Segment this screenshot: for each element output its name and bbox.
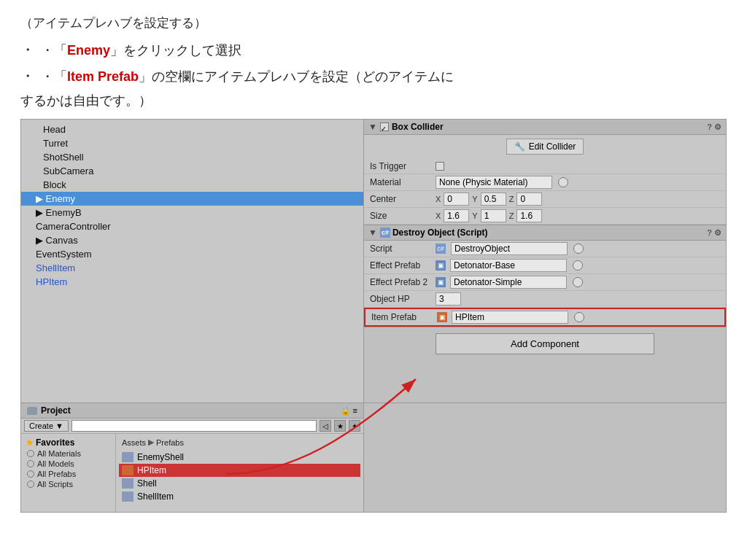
toolbar-icon1[interactable]: ◁ <box>320 420 331 432</box>
file-icon-hpitem <box>122 465 133 475</box>
material-row: Material None (Physic Material) <box>364 174 726 191</box>
destroy-object-header: ▼ c# Destroy Object (Script) ? ⚙ <box>364 225 726 241</box>
collapse-arrow: ▼ <box>368 122 377 132</box>
hierarchy-item-cameracontroller[interactable]: CameraController <box>21 219 363 233</box>
project-title: Project <box>41 405 71 416</box>
box-collider-checkbox[interactable] <box>380 122 389 131</box>
hierarchy-item-block[interactable]: Block <box>21 178 363 192</box>
object-hp-label: Object HP <box>370 294 436 304</box>
is-trigger-checkbox[interactable] <box>436 162 444 171</box>
effect-prefab2-circle-btn[interactable] <box>573 277 583 287</box>
effect-prefab-value-group: ▣ Detonator-Base <box>436 259 720 272</box>
object-hp-value-group: 3 <box>436 292 720 306</box>
box-collider-header: ▼ Box Collider ? ⚙ <box>364 120 726 135</box>
item-prefab-icon: ▣ <box>437 312 447 322</box>
material-circle-btn[interactable] <box>558 177 568 187</box>
hierarchy-item-enemyb[interactable]: ▶ EnemyB <box>21 206 363 219</box>
project-search-input[interactable] <box>71 420 317 432</box>
create-button[interactable]: Create ▼ <box>24 420 69 432</box>
effect-prefab-field[interactable]: Detonator-Base <box>450 259 567 272</box>
main-content-area: Head Turret ShotShell SubCamera Block ▶ … <box>20 119 727 403</box>
edit-collider-row: 🔧 Edit Collider <box>364 135 726 158</box>
toolbar-icon3[interactable]: ✦ <box>349 420 360 432</box>
hierarchy-item-subcamera[interactable]: SubCamera <box>21 164 363 178</box>
fav-all-prefabs[interactable]: All Prefabs <box>21 469 115 479</box>
instruction-line3: ・ ・「Item Prefab」の空欄にアイテムプレハブを設定（どのアイテムに <box>20 63 727 88</box>
file-shell[interactable]: Shell <box>119 477 360 490</box>
size-y-field[interactable]: 1 <box>481 209 506 222</box>
file-shellitem[interactable]: ShellItem <box>119 490 360 503</box>
edit-collider-label: Edit Collider <box>529 141 576 152</box>
material-field[interactable]: None (Physic Material) <box>436 176 552 189</box>
center-y-field[interactable]: 0.5 <box>481 192 506 206</box>
search-mini-icon-1 <box>27 450 34 457</box>
destroy-object-section: ▼ c# Destroy Object (Script) ? ⚙ Script … <box>364 225 726 327</box>
top-text-area: （アイテムプレハブを設定する） ・ ・「Enemy」をクリックして選択 ・ ・「… <box>0 0 747 119</box>
search-mini-icon-4 <box>27 481 34 488</box>
hierarchy-item-canvas[interactable]: ▶ Canvas <box>21 233 363 247</box>
size-x-label: X <box>436 211 441 220</box>
add-component-row: Add Component <box>364 327 726 360</box>
size-z-field[interactable]: 1.6 <box>516 209 542 222</box>
file-icon-enemyshell <box>122 452 133 462</box>
edit-collider-icon: 🔧 <box>514 141 525 152</box>
project-toolbar: Create ▼ ◁ ★ ✦ <box>21 419 363 434</box>
object-hp-field[interactable]: 3 <box>436 292 461 306</box>
hierarchy-item-shellitem[interactable]: ShellItem <box>21 261 363 275</box>
project-header: Project 🔒 ≡ <box>21 403 363 419</box>
favorites-label: Favorites <box>36 438 74 448</box>
effect-prefab-row: Effect Prefab ▣ Detonator-Base <box>364 257 726 274</box>
search-mini-icon-3 <box>27 470 34 478</box>
add-component-button[interactable]: Add Component <box>436 333 654 354</box>
material-value-group: None (Physic Material) <box>436 176 720 189</box>
hierarchy-item-enemy[interactable]: ▶ Enemy <box>21 192 363 206</box>
center-y-label: Y <box>472 195 477 203</box>
effect-prefab-circle-btn[interactable] <box>573 260 583 271</box>
itemprefab-red: Item Prefab <box>67 66 139 88</box>
fav-all-scripts[interactable]: All Scripts <box>21 479 115 489</box>
script-field[interactable]: DestroyObject <box>451 242 568 255</box>
fav-all-materials[interactable]: All Materials <box>21 448 115 459</box>
inspector-bottom-area <box>364 403 726 512</box>
script-label: Script <box>370 244 436 254</box>
script-circle-btn[interactable] <box>573 244 584 254</box>
project-sidebar: ★ Favorites All Materials All Models All… <box>21 434 116 512</box>
item-prefab-row: Item Prefab ▣ HPItem <box>364 308 726 327</box>
toolbar-icon2[interactable]: ★ <box>334 420 346 432</box>
item-prefab-value-group: ▣ HPItem <box>437 311 719 324</box>
file-hpitem[interactable]: HPItem <box>119 464 360 477</box>
size-label: Size <box>370 211 436 221</box>
size-values: X 1.6 Y 1 Z 1.6 <box>436 209 720 222</box>
file-enemyshell[interactable]: EnemyShell <box>119 451 360 464</box>
script-value-group: c# DestroyObject <box>436 242 720 255</box>
center-z-field[interactable]: 0 <box>516 192 542 206</box>
effect-prefab2-icon: ▣ <box>436 277 446 287</box>
is-trigger-value <box>436 162 720 171</box>
breadcrumb: Assets ▶ Prefabs <box>119 437 360 448</box>
hierarchy-item-head[interactable]: Head <box>21 122 363 136</box>
file-icon-shell <box>122 478 133 489</box>
instruction-line1: （アイテムプレハブを設定する） <box>20 13 727 34</box>
hierarchy-item-eventsystem[interactable]: EventSystem <box>21 247 363 261</box>
breadcrumb-arrow: ▶ <box>148 438 154 447</box>
center-x-field[interactable]: 0 <box>444 192 469 206</box>
hierarchy-item-shotshell[interactable]: ShotShell <box>21 150 363 164</box>
fav-all-models[interactable]: All Models <box>21 459 115 469</box>
is-trigger-label: Is Trigger <box>370 161 436 171</box>
line3-suffix: 」の空欄にアイテムプレハブを設定（どのアイテムに <box>139 66 454 88</box>
size-x-field[interactable]: 1.6 <box>444 209 469 222</box>
object-hp-row: Object HP 3 <box>364 291 726 308</box>
hierarchy-item-turret[interactable]: Turret <box>21 136 363 150</box>
hierarchy-item-hpitem[interactable]: HPItem <box>21 275 363 289</box>
instruction-line4: するかは自由です。） <box>20 90 727 112</box>
item-prefab-field[interactable]: HPItem <box>452 311 568 324</box>
line2-suffix: 」をクリックして選択 <box>110 39 241 62</box>
effect-prefab2-field[interactable]: Detonator-Simple <box>450 276 567 289</box>
effect-prefab-icon: ▣ <box>436 260 446 271</box>
project-files: Assets ▶ Prefabs EnemyShell HPItem Shell <box>116 434 363 512</box>
destroy-collapse-arrow: ▼ <box>368 228 377 238</box>
item-prefab-circle-btn[interactable] <box>574 312 584 322</box>
project-panel: Project 🔒 ≡ Create ▼ ◁ ★ ✦ ★ Favorites A… <box>21 403 364 512</box>
edit-collider-button[interactable]: 🔧 Edit Collider <box>506 139 584 155</box>
favorites-header: ★ Favorites <box>21 437 115 448</box>
